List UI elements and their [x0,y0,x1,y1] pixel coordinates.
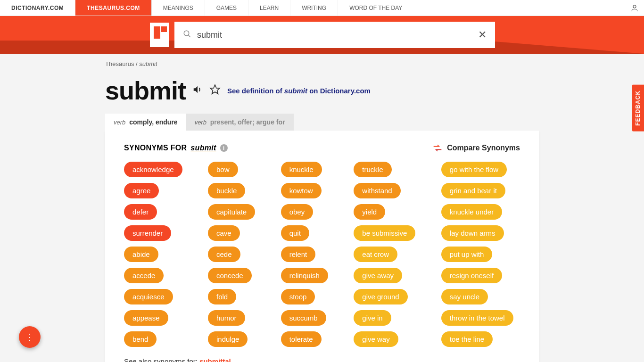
synonym-pill[interactable]: relent [281,247,316,262]
synonym-pill[interactable]: resign oneself [441,268,502,283]
fab-menu-button[interactable]: ⋮ [19,326,41,348]
synonym-pill[interactable]: defer [124,204,157,220]
synonym-pill[interactable]: knuckle [281,162,322,177]
synonym-pill[interactable]: appease [124,310,168,326]
synonym-pill[interactable]: tolerate [281,331,322,347]
synonym-pill[interactable]: bend [124,331,157,347]
synonym-pill[interactable]: withstand [354,183,400,198]
synonym-pill[interactable]: cave [208,225,240,241]
svg-point-0 [633,5,636,8]
feedback-tab[interactable]: FEEDBACK [632,85,644,132]
info-icon[interactable]: i [220,144,228,152]
nav-link-learn[interactable]: LEARN [248,0,290,16]
user-icon[interactable] [625,0,644,16]
synonym-pill[interactable]: quit [281,225,309,241]
synonym-pill[interactable]: grin and bear it [441,183,505,198]
synonym-pill[interactable]: give way [354,331,398,347]
synonym-pill[interactable]: humor [208,310,245,326]
breadcrumb-word: submit [139,60,157,67]
synonym-pill[interactable]: concede [208,268,252,283]
synonym-pill[interactable]: succumb [281,310,326,326]
synonyms-heading: SYNONYMS FOR submit i [124,144,228,152]
site-tab-0[interactable]: DICTIONARY.COM [0,0,75,16]
title-row: submit See definition of submit on Dicti… [105,76,539,105]
synonym-pill[interactable]: knuckle under [441,204,502,220]
nav-link-meanings[interactable]: MEANINGS [152,0,205,16]
breadcrumb-root[interactable]: Thesaurus [105,60,134,67]
synonym-pill[interactable]: give away [354,268,402,283]
search-bar: ✕ [0,16,644,54]
synonym-pill[interactable]: truckle [354,162,391,177]
svg-line-2 [188,35,190,37]
search-input[interactable] [197,30,478,40]
compare-arrows-icon [433,144,442,152]
synonym-pill[interactable]: acknowledge [124,162,182,177]
clear-search-icon[interactable]: ✕ [478,29,487,41]
nav-spacer [413,0,625,16]
synonym-grid: acknowledgeagreedefersurrenderabideacced… [124,162,520,347]
see-also-link[interactable]: submittal [199,357,231,362]
svg-point-1 [184,31,189,36]
nav-link-word-of-the-day[interactable]: WORD OF THE DAY [338,0,413,16]
see-also: See also synonyms for: submittal [124,357,520,362]
synonym-pill[interactable]: be submissive [354,225,415,241]
synonym-pill[interactable]: surrender [124,225,171,241]
headword: submit [105,76,186,105]
synonyms-panel: SYNONYMS FOR submit i Compare Synonyms a… [105,131,539,362]
synonym-pill[interactable]: stoop [281,289,315,304]
synonym-pill[interactable]: agree [124,183,159,198]
synonym-pill[interactable]: toe the line [441,331,493,347]
synonym-pill[interactable]: capitulate [208,204,255,220]
svg-marker-3 [210,85,220,94]
compare-synonyms-button[interactable]: Compare Synonyms [433,144,520,152]
synonym-pill[interactable]: throw in the towel [441,310,513,326]
synonym-pill[interactable]: give in [354,310,391,326]
synonym-pill[interactable]: buckle [208,183,245,198]
definition-link[interactable]: See definition of submit on Dictionary.c… [227,87,371,95]
synonym-pill[interactable]: go with the flow [441,162,507,177]
synonym-pill[interactable]: eat crow [354,247,397,262]
synonym-pill[interactable]: give ground [354,289,407,304]
pronounce-icon[interactable] [192,84,203,97]
site-logo[interactable] [150,23,169,47]
favorite-icon[interactable] [209,84,221,97]
search-icon [183,30,191,41]
sense-tab-1[interactable]: verb present, offer; argue for [186,114,294,131]
synonym-pill[interactable]: obey [281,204,314,220]
site-tab-1[interactable]: THESAURUS.COM [75,0,152,16]
synonym-pill[interactable]: abide [124,247,158,262]
synonym-pill[interactable]: relinquish [281,268,328,283]
synonym-pill[interactable]: lay down arms [441,225,504,241]
synonym-pill[interactable]: accede [124,268,164,283]
sense-tabs: verb comply, endureverb present, offer; … [105,114,539,131]
synonym-pill[interactable]: cede [208,247,240,262]
breadcrumb: Thesaurus / submit [105,60,539,67]
top-nav: DICTIONARY.COMTHESAURUS.COM MEANINGSGAME… [0,0,644,16]
synonym-pill[interactable]: acquiesce [124,289,173,304]
search-field-wrap: ✕ [174,22,495,48]
nav-link-games[interactable]: GAMES [205,0,248,16]
synonym-pill[interactable]: yield [354,204,385,220]
synonym-pill[interactable]: say uncle [441,289,488,304]
synonym-pill[interactable]: indulge [208,331,248,347]
synonym-pill[interactable]: fold [208,289,236,304]
synonym-pill[interactable]: put up with [441,247,493,262]
nav-link-writing[interactable]: WRITING [290,0,338,16]
synonym-pill[interactable]: bow [208,162,238,177]
sense-tab-0[interactable]: verb comply, endure [105,114,186,131]
synonym-pill[interactable]: kowtow [281,183,322,198]
